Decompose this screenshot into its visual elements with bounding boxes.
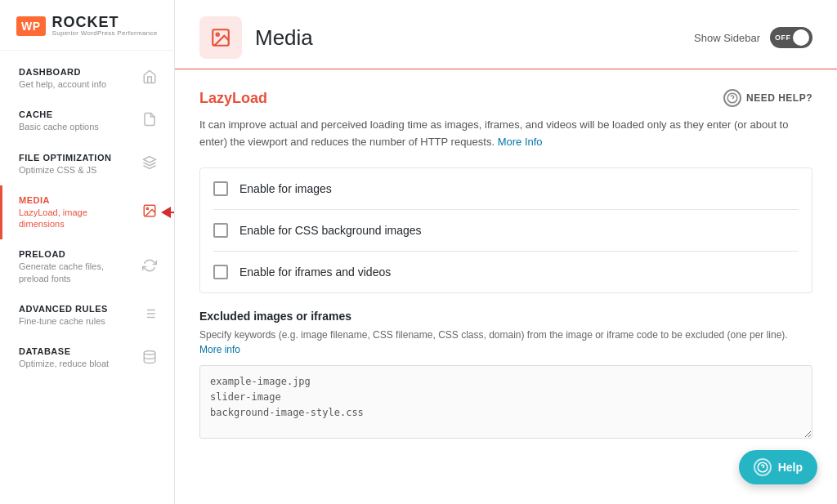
logo-rocket: ROCKET xyxy=(52,15,158,29)
dashboard-icon xyxy=(141,69,158,87)
database-icon xyxy=(141,350,158,368)
checkbox-enable-images[interactable] xyxy=(213,181,228,196)
lazyload-title: LazyLoad xyxy=(199,90,267,107)
svg-point-1 xyxy=(146,207,148,209)
sidebar-item-media[interactable]: MEDIA LazyLoad, image dimensions xyxy=(0,185,174,240)
header-right: Show Sidebar OFF xyxy=(694,27,812,48)
svg-point-8 xyxy=(144,350,155,355)
checkbox-enable-css-bg[interactable] xyxy=(213,223,228,238)
checkbox-enable-iframes[interactable] xyxy=(213,265,228,279)
page-title: Media xyxy=(255,25,313,51)
help-button-label: Help xyxy=(778,461,803,474)
need-help-button[interactable]: NEED HELP? xyxy=(723,89,812,107)
enable-iframes-label: Enable for iframes and videos xyxy=(239,265,391,279)
sidebar-nav: DASHBOARD Get help, account info CACHE B… xyxy=(0,51,174,504)
option-enable-images: Enable for images xyxy=(213,168,799,209)
need-help-label: NEED HELP? xyxy=(746,92,812,104)
sidebar: WP ROCKET Superior WordPress Performance… xyxy=(0,0,175,504)
main-content: Media Show Sidebar OFF LazyLoad NEED HEL… xyxy=(175,0,837,504)
file-optimization-icon xyxy=(141,155,158,173)
logo-area: WP ROCKET Superior WordPress Performance xyxy=(0,0,174,51)
help-button-icon xyxy=(754,458,772,476)
lazyload-options: Enable for images Enable for CSS backgro… xyxy=(199,167,812,293)
svg-point-10 xyxy=(217,33,219,36)
option-enable-css-bg: Enable for CSS background images xyxy=(213,209,799,251)
cache-icon xyxy=(141,112,158,130)
logo-tagline: Superior WordPress Performance xyxy=(52,29,158,37)
enable-images-label: Enable for images xyxy=(239,182,332,195)
excluded-textarea[interactable]: example-image.jpg slider-image backgroun… xyxy=(199,365,812,439)
preload-icon xyxy=(141,258,158,276)
sidebar-item-advanced-rules[interactable]: ADVANCED RULES Fine-tune cache rules xyxy=(0,294,174,337)
sidebar-item-file-optimization[interactable]: FILE OPTIMIZATION Optimize CSS & JS xyxy=(0,143,174,185)
show-sidebar-label: Show Sidebar xyxy=(694,32,760,44)
sidebar-toggle[interactable]: OFF xyxy=(770,27,812,48)
advanced-rules-icon xyxy=(141,306,158,324)
sidebar-item-cache[interactable]: CACHE Basic cache options xyxy=(0,100,174,142)
page-header: Media Show Sidebar OFF xyxy=(175,0,837,69)
lazyload-desc: It can improve actual and perceived load… xyxy=(199,117,812,151)
sidebar-item-preload[interactable]: PRELOAD Generate cache files, preload fo… xyxy=(0,239,174,294)
page-icon xyxy=(199,16,242,59)
excluded-desc: Specify keywords (e.g. image filename, C… xyxy=(199,328,812,357)
sidebar-item-database[interactable]: DATABASE Optimize, reduce bloat xyxy=(0,337,174,379)
media-arrow-annotation xyxy=(161,207,174,218)
enable-css-bg-label: Enable for CSS background images xyxy=(239,224,422,237)
excluded-more-info-link[interactable]: More info xyxy=(199,344,240,355)
toggle-knob xyxy=(793,29,809,46)
help-button[interactable]: Help xyxy=(739,450,817,484)
need-help-icon xyxy=(723,89,741,107)
excluded-section: Excluded images or iframes Specify keywo… xyxy=(199,310,812,442)
content-area: LazyLoad NEED HELP? It can improve actua… xyxy=(175,69,837,504)
sidebar-item-dashboard[interactable]: DASHBOARD Get help, account info xyxy=(0,57,174,100)
toggle-label: OFF xyxy=(775,33,791,42)
logo-wp: WP xyxy=(16,16,46,36)
page-title-area: Media xyxy=(199,16,313,59)
section-header: LazyLoad NEED HELP? xyxy=(199,89,812,107)
option-enable-iframes: Enable for iframes and videos xyxy=(213,251,799,292)
media-icon xyxy=(141,203,158,221)
excluded-title: Excluded images or iframes xyxy=(199,310,812,323)
more-info-link[interactable]: More Info xyxy=(498,136,543,148)
